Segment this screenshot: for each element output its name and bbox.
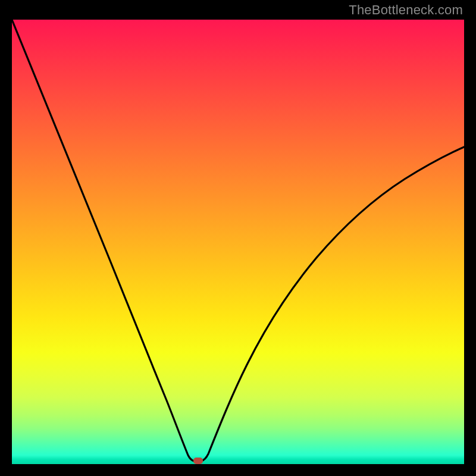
bottleneck-curve bbox=[12, 20, 464, 461]
min-marker bbox=[193, 458, 203, 464]
chart-frame: TheBottleneck.com bbox=[0, 0, 476, 476]
watermark-text: TheBottleneck.com bbox=[349, 2, 463, 18]
curve-overlay bbox=[12, 20, 464, 464]
